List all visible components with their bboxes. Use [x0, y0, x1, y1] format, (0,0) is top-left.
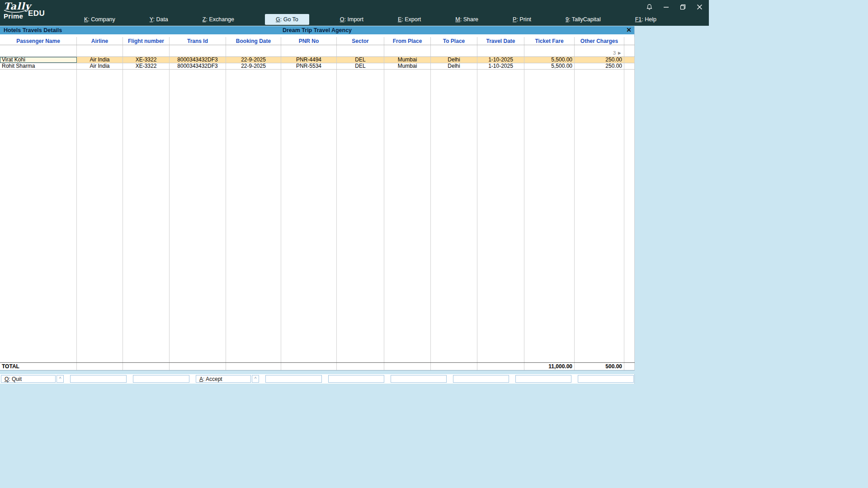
empty-cell: [0, 45, 77, 56]
filler-cell: [477, 70, 524, 362]
cell-booking-date: 22-9-2025: [226, 57, 281, 63]
total-empty-cell: [226, 363, 281, 370]
quit-button[interactable]: Q: Quit: [1, 375, 56, 383]
expand-caret-icon[interactable]: ^: [252, 375, 259, 383]
window-controls: [646, 2, 703, 11]
cell-flight-number: XE-3322: [123, 63, 170, 69]
column-header-travel-date: Travel Date: [477, 37, 524, 45]
total-empty-cell: [170, 363, 226, 370]
bottom-bar-group: Q: Quit^: [1, 375, 64, 383]
total-row: TOTAL11,000.00500.00: [0, 362, 635, 370]
empty-cell: [524, 45, 575, 56]
bottom-bar-group: [265, 375, 322, 383]
minimize-icon[interactable]: [662, 3, 670, 10]
cell-airline: Air India: [77, 57, 123, 63]
column-header-from-place: From Place: [384, 37, 431, 45]
passenger-name-field[interactable]: Virat Kohi: [0, 57, 77, 63]
column-header-to-place: To Place: [431, 37, 477, 45]
table-header-row: Passenger NameAirlineFlight numberTrans …: [0, 37, 635, 45]
total-empty-cell: [477, 363, 524, 370]
column-header-other-charges: Other Charges: [575, 37, 624, 45]
accept-button[interactable]: A: Accept: [196, 375, 251, 383]
bottom-bar-slot: [391, 375, 447, 383]
top-menu: K: CompanyY: DataZ: ExchangeG: Go ToO: I…: [80, 14, 660, 25]
total-other-charges: 500.00: [575, 363, 624, 370]
cell-sector: DEL: [337, 63, 384, 69]
bottom-bar-slot: [70, 375, 127, 383]
bottom-bar-slot: [578, 375, 634, 383]
menu-item-exchange[interactable]: Z: Exchange: [199, 14, 238, 24]
filler-cell: [170, 70, 226, 362]
empty-cell: 3 ►: [575, 45, 624, 56]
empty-cell: [226, 45, 281, 56]
filler-cell: [384, 70, 431, 362]
logo-script-text: Tally: [4, 1, 29, 11]
company-name-title: Dream Trip Travel Agency: [0, 26, 634, 34]
cell-pnr-no: PNR-4494: [281, 57, 337, 63]
screen-title-bar: Hotels Travels Details Dream Trip Travel…: [0, 26, 635, 34]
cell-travel-date: 1-10-2025: [477, 63, 524, 69]
cell-airline: Air India: [77, 63, 123, 69]
cell-passenger-name: Rohit Sharma: [0, 63, 77, 69]
total-empty-cell: [624, 363, 635, 370]
filler-cell: [575, 70, 624, 362]
menu-item-company[interactable]: K: Company: [80, 14, 119, 24]
menu-item-export[interactable]: E: Export: [394, 14, 425, 24]
cell-trans-id: 8000343432DF3: [170, 63, 226, 69]
bottom-bar-slot: [265, 375, 322, 383]
menu-item-share[interactable]: M: Share: [452, 14, 482, 24]
menu-item-data[interactable]: Y: Data: [146, 14, 172, 24]
empty-cell: [337, 45, 384, 56]
cell-sector: DEL: [337, 57, 384, 63]
total-empty-cell: [77, 363, 123, 370]
table-row[interactable]: Rohit SharmaAir IndiaXE-33228000343432DF…: [0, 63, 635, 70]
empty-cell: [123, 45, 170, 56]
close-window-icon[interactable]: [696, 3, 703, 10]
filler-cell: [337, 70, 384, 362]
empty-cell: [477, 45, 524, 56]
filler-cell: [431, 70, 477, 362]
cell-from-place: Mumbai: [384, 57, 431, 63]
notifications-bell-icon[interactable]: [646, 3, 653, 10]
bottom-bar-slot: [515, 375, 571, 383]
travel-details-table: Passenger NameAirlineFlight numberTrans …: [0, 34, 635, 371]
empty-cell: [431, 45, 477, 56]
empty-cell: [77, 45, 123, 56]
cell-booking-date: 22-9-2025: [226, 63, 281, 69]
cell-ticket-fare: 5,500.00: [524, 63, 575, 69]
tally-logo: Tally Prime: [4, 1, 29, 20]
menu-item-go-to[interactable]: G: Go To: [265, 14, 309, 25]
total-empty-cell: [384, 363, 431, 370]
menu-item-print[interactable]: P: Print: [509, 14, 535, 24]
empty-cell: [281, 45, 337, 56]
column-header-spacer: [624, 37, 635, 45]
row-spacer-cell: [624, 63, 635, 69]
total-empty-cell: [337, 363, 384, 370]
total-ticket-fare: 11,000.00: [524, 363, 575, 370]
bottom-button-bar: Q: Quit^A: Accept^: [0, 374, 635, 384]
menu-item-tallycapital[interactable]: 9: TallyCapital: [562, 14, 604, 24]
filler-cell: [281, 70, 337, 362]
menu-item-import[interactable]: O: Import: [336, 14, 367, 24]
total-empty-cell: [123, 363, 170, 370]
cell-trans-id: 8000343432DF3: [170, 57, 226, 63]
table-row[interactable]: Virat KohiAir IndiaXE-33228000343432DF32…: [0, 57, 635, 63]
column-header-airline: Airline: [77, 37, 123, 45]
close-screen-icon[interactable]: ✕: [625, 26, 633, 34]
bottom-bar-group: [328, 375, 384, 383]
bottom-bar-group: [515, 375, 571, 383]
filler-cell: [0, 70, 77, 362]
expand-caret-icon[interactable]: ^: [57, 375, 64, 383]
empty-cell: [624, 45, 635, 56]
cell-to-place: Delhi: [431, 63, 477, 69]
menu-item-help[interactable]: F1: Help: [632, 14, 660, 24]
column-header-passenger-name: Passenger Name: [0, 37, 77, 45]
restore-down-icon[interactable]: [679, 3, 686, 10]
cell-ticket-fare: 5,500.00: [524, 57, 575, 63]
cell-from-place: Mumbai: [384, 63, 431, 69]
row-spacer-cell: [624, 57, 635, 63]
bottom-bar-group: A: Accept^: [196, 375, 259, 383]
filler-cell: [624, 70, 635, 362]
column-header-booking-date: Booking Date: [226, 37, 281, 45]
bottom-bar-group: [391, 375, 447, 383]
